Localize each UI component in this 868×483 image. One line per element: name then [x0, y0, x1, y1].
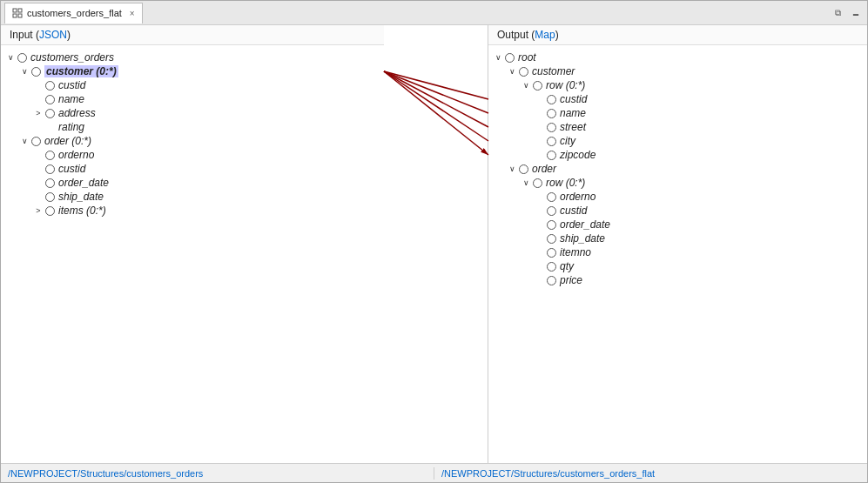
expand-button: [534, 135, 546, 147]
tree-node-n10[interactable]: order_date: [1, 176, 384, 190]
expand-button: [534, 191, 546, 203]
expand-button[interactable]: ∨: [506, 163, 518, 175]
svg-line-6: [384, 71, 488, 113]
tree-node-n12[interactable]: >items (0:*): [1, 204, 384, 218]
node-label: order (0:*): [44, 135, 91, 147]
node-circle: [547, 137, 556, 146]
node-label: customers_orders: [30, 51, 114, 64]
tree-node-o8[interactable]: zipcode: [488, 148, 867, 162]
tree-node-n9[interactable]: custid: [1, 162, 384, 176]
arrow-panel: [384, 25, 488, 463]
expand-button[interactable]: ∨: [18, 65, 30, 77]
node-circle: [547, 220, 556, 230]
tree-node-n4[interactable]: name: [1, 92, 384, 106]
expand-button[interactable]: ∨: [520, 177, 532, 189]
expand-button: [534, 246, 546, 258]
svg-line-8: [384, 71, 488, 141]
node-circle: [547, 276, 556, 285]
node-label: root: [518, 51, 536, 64]
node-circle: [547, 248, 556, 258]
svg-rect-2: [13, 14, 17, 17]
window-controls: ⧉ 🗕: [831, 6, 864, 20]
node-circle: [547, 192, 556, 202]
tree-node-n2[interactable]: ∨customer (0:*): [1, 64, 384, 78]
tree-node-n8[interactable]: orderno: [1, 148, 384, 162]
tab-close-button[interactable]: ×: [130, 9, 135, 18]
tree-node-o7[interactable]: city: [488, 134, 867, 148]
main-window: customers_orders_flat × ⧉ 🗕 Input (JSON)…: [0, 0, 868, 483]
tree-node-o13[interactable]: order_date: [488, 218, 867, 231]
tree-node-o12[interactable]: custid: [488, 204, 867, 218]
input-json-link[interactable]: JSON: [39, 29, 67, 41]
tree-node-n5[interactable]: >address: [1, 106, 384, 120]
expand-button: [32, 163, 44, 175]
node-label: qty: [560, 260, 574, 272]
expand-button: [534, 232, 546, 245]
node-circle: [45, 164, 55, 174]
node-label: city: [560, 135, 575, 147]
output-panel: Output (Map) ∨root∨customer∨row (0:*)cus…: [488, 25, 867, 463]
node-label: ship_date: [58, 191, 104, 203]
tree-node-n1[interactable]: ∨customers_orders: [1, 50, 384, 64]
restore-button[interactable]: ⧉: [831, 6, 844, 20]
tree-node-n6[interactable]: rating: [1, 120, 384, 134]
tree-node-o15[interactable]: itemno: [488, 245, 867, 259]
status-output-link[interactable]: /NEWPROJECT/Structures/customers_orders_…: [441, 468, 655, 479]
tree-node-o1[interactable]: ∨root: [488, 50, 867, 64]
node-label: custid: [560, 93, 587, 105]
tab-customers-orders-flat[interactable]: customers_orders_flat ×: [4, 3, 143, 23]
input-panel-header: Input (JSON): [1, 25, 384, 45]
input-panel: Input (JSON) ∨customers_orders∨customer …: [1, 25, 384, 463]
tab-bar: customers_orders_flat × ⧉ 🗕: [1, 1, 867, 25]
node-circle: [547, 95, 556, 104]
expand-button: [32, 93, 44, 105]
node-circle: [505, 53, 515, 63]
tree-node-o16[interactable]: qty: [488, 259, 867, 273]
node-label: rating: [58, 121, 84, 133]
expand-button[interactable]: ∨: [18, 135, 30, 147]
node-label: orderno: [58, 149, 94, 161]
node-circle: [45, 206, 55, 216]
node-circle: [547, 262, 556, 272]
expand-button: [534, 121, 546, 133]
svg-rect-3: [18, 14, 22, 17]
tree-node-o6[interactable]: street: [488, 120, 867, 134]
tree-node-o9[interactable]: ∨order: [488, 162, 867, 176]
node-circle: [533, 178, 542, 188]
node-circle: [547, 234, 556, 244]
expand-button[interactable]: ∨: [520, 79, 532, 91]
output-map-link[interactable]: Map: [535, 29, 555, 41]
output-panel-header: Output (Map): [488, 25, 867, 45]
node-label: street: [560, 121, 586, 133]
expand-button[interactable]: >: [32, 205, 44, 217]
tree-node-n3[interactable]: custid: [1, 78, 384, 92]
node-label: items (0:*): [58, 205, 106, 217]
node-label: row (0:*): [546, 177, 585, 189]
expand-button[interactable]: ∨: [4, 51, 17, 64]
minimize-button[interactable]: 🗕: [848, 6, 864, 20]
node-label: address: [58, 107, 96, 119]
status-left: /NEWPROJECT/Structures/customers_orders: [1, 467, 434, 480]
tree-node-o14[interactable]: ship_date: [488, 231, 867, 245]
tree-node-o5[interactable]: name: [488, 106, 867, 120]
node-label: price: [560, 274, 582, 286]
tree-node-n7[interactable]: ∨order (0:*): [1, 134, 384, 148]
node-circle: [519, 164, 528, 174]
expand-button[interactable]: >: [32, 107, 44, 119]
tree-node-o3[interactable]: ∨row (0:*): [488, 78, 867, 92]
node-label: customer: [532, 65, 575, 77]
tree-node-o10[interactable]: ∨row (0:*): [488, 176, 867, 190]
tree-node-o2[interactable]: ∨customer: [488, 64, 867, 78]
node-circle: [45, 151, 55, 160]
tree-node-o17[interactable]: price: [488, 273, 867, 287]
tree-node-o4[interactable]: custid: [488, 92, 867, 106]
output-close-paren: ): [555, 29, 559, 41]
expand-button[interactable]: ∨: [506, 65, 518, 77]
expand-button[interactable]: ∨: [492, 51, 504, 64]
node-label: custid: [58, 163, 85, 175]
status-input-link[interactable]: /NEWPROJECT/Structures/customers_orders: [8, 468, 203, 479]
expand-button: [32, 191, 44, 203]
tree-node-o11[interactable]: orderno: [488, 190, 867, 204]
tree-node-n11[interactable]: ship_date: [1, 190, 384, 204]
node-label: custid: [560, 205, 587, 217]
